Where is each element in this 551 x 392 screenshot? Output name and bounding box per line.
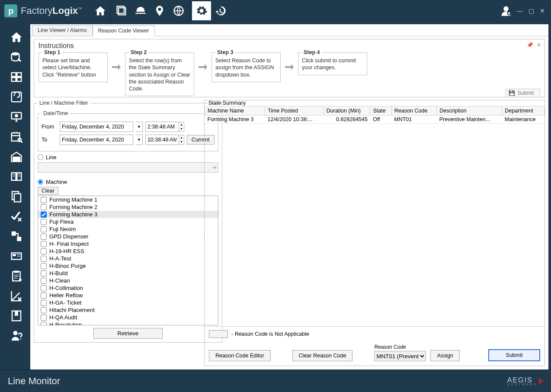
list-item[interactable]: Fuji Flexa <box>38 218 218 225</box>
retrieve-button[interactable]: Retrieve <box>93 328 163 339</box>
line-radio[interactable] <box>38 154 43 160</box>
column-header[interactable]: Duration (Min) <box>324 106 370 116</box>
helmet-icon[interactable] <box>131 1 150 20</box>
gear-icon[interactable] <box>192 1 211 20</box>
state-summary-grid[interactable]: Machine NameTime PostedDuration (Min)Sta… <box>205 106 545 124</box>
clear-machines-button[interactable]: Clear <box>38 187 58 195</box>
machine-checkbox[interactable] <box>41 315 47 321</box>
tab-reason-code-viewer[interactable]: Reason Code Viewer <box>93 26 155 36</box>
machine-checkbox[interactable] <box>41 307 47 313</box>
list-item[interactable]: Forming Machine 1 <box>38 196 218 203</box>
side-monitor-icon[interactable] <box>7 108 26 125</box>
side-calendar-search-icon[interactable] <box>7 128 26 145</box>
column-header[interactable]: Department <box>502 106 545 116</box>
machine-checkbox[interactable] <box>41 197 47 203</box>
list-item[interactable]: H-Clean <box>38 277 218 284</box>
list-item[interactable]: H-Resolution <box>38 321 218 325</box>
table-row[interactable]: Forming Machine 312/4/2020 10:38:...0.82… <box>205 116 545 124</box>
splitter-handle[interactable]: ⋮ <box>202 233 206 238</box>
column-header[interactable]: Time Posted <box>265 106 324 116</box>
machine-checkbox[interactable] <box>41 212 47 218</box>
side-warehouse-icon[interactable] <box>7 148 26 165</box>
machine-checkbox[interactable] <box>41 270 47 276</box>
machine-checkbox[interactable] <box>41 278 47 284</box>
side-ruler-x-icon[interactable] <box>7 287 26 305</box>
step3-text: Select Reason Code to assign from the AS… <box>215 57 277 78</box>
minimize-button[interactable]: ― <box>516 6 524 15</box>
side-clipboard-x-icon[interactable] <box>7 267 26 285</box>
side-help-user-icon[interactable] <box>7 327 26 344</box>
to-date-input[interactable] <box>60 135 133 145</box>
list-item[interactable]: Forming Machine 3 <box>38 211 218 218</box>
machine-checkbox[interactable] <box>41 219 47 225</box>
assign-button[interactable]: Assign <box>430 350 460 361</box>
submit-button[interactable]: Submit <box>488 349 540 361</box>
stack-icon[interactable] <box>112 1 131 20</box>
side-shapes-icon[interactable] <box>7 228 26 245</box>
side-check-x-icon[interactable] <box>7 208 26 225</box>
history-icon[interactable] <box>211 1 230 20</box>
maximize-button[interactable]: ▢ <box>527 6 535 15</box>
from-date-input[interactable] <box>60 122 133 132</box>
side-bookmark-icon[interactable] <box>7 307 26 325</box>
list-item[interactable]: Forming Machine 2 <box>38 203 218 211</box>
column-header[interactable]: Description <box>437 106 502 116</box>
list-item[interactable]: Heller Reflow <box>38 292 218 299</box>
machine-checkbox[interactable] <box>41 241 47 247</box>
line-select[interactable] <box>38 162 218 173</box>
machine-checkbox[interactable] <box>41 234 47 240</box>
machine-checkbox[interactable] <box>41 204 47 210</box>
list-item[interactable]: H-QA Audit <box>38 314 218 321</box>
from-time-spinner[interactable]: ▲▼ <box>179 122 184 132</box>
to-time-spinner[interactable]: ▲▼ <box>179 135 184 145</box>
side-layout-icon[interactable] <box>7 68 26 86</box>
side-db-edit-icon[interactable] <box>7 48 26 66</box>
side-card-icon[interactable] <box>7 247 26 265</box>
side-book-icon[interactable] <box>7 168 26 185</box>
reason-code-editor-button[interactable]: Reason Code Editor <box>209 350 271 361</box>
clear-reason-code-button[interactable]: Clear Reason Code <box>292 350 353 361</box>
list-item[interactable]: H-Build <box>38 270 218 277</box>
machine-checkbox[interactable] <box>41 285 47 291</box>
list-item[interactable]: GPD Dispenser <box>38 233 218 240</box>
machine-checkbox[interactable] <box>41 322 47 326</box>
list-item[interactable]: H-Collimation <box>38 284 218 292</box>
column-header[interactable]: Reason Code <box>391 106 436 116</box>
to-time-input[interactable] <box>145 135 179 145</box>
machine-checkbox[interactable] <box>41 248 47 254</box>
side-docs-icon[interactable] <box>7 188 26 205</box>
machine-checkbox[interactable] <box>41 256 47 262</box>
from-time-input[interactable] <box>145 122 179 132</box>
list-item[interactable]: H-Binoc Purge <box>38 262 218 270</box>
machine-checkbox[interactable] <box>41 263 47 269</box>
column-header[interactable]: State <box>370 106 391 116</box>
list-item[interactable]: H-19-HR ESS <box>38 247 218 255</box>
side-home-icon[interactable] <box>7 29 26 46</box>
side-history-icon[interactable] <box>7 88 26 106</box>
instructions-submit-button[interactable]: 💾 Submit <box>506 89 540 97</box>
close-panel-icon[interactable]: ✕ <box>537 42 541 48</box>
arrow-icon <box>283 52 295 73</box>
tab-line-viewer-alarms[interactable]: Line Viewer / Alarms <box>32 25 93 36</box>
machine-radio[interactable] <box>38 179 43 185</box>
machine-checkbox[interactable] <box>41 226 47 232</box>
globe-icon[interactable] <box>169 1 188 20</box>
pin-icon[interactable]: 📌 <box>527 42 533 48</box>
machine-list[interactable]: Forming Machine 1Forming Machine 2Formin… <box>38 196 218 325</box>
home-icon[interactable] <box>91 1 110 20</box>
machine-checkbox[interactable] <box>41 300 47 306</box>
list-item[interactable]: H-GA- Ticket <box>38 299 218 306</box>
list-item[interactable]: Hitachi Placement <box>38 306 218 314</box>
list-item[interactable]: Fuji Nexim <box>38 225 218 233</box>
machine-checkbox[interactable] <box>41 292 47 299</box>
sidebar <box>3 24 30 370</box>
list-item[interactable]: H-A-Test <box>38 255 218 262</box>
close-button[interactable]: ✕ <box>538 6 547 15</box>
user-icon[interactable] <box>499 4 513 18</box>
location-icon[interactable] <box>150 1 169 20</box>
to-date-dropdown[interactable]: ▼ <box>136 135 143 145</box>
column-header[interactable]: Machine Name <box>205 106 265 116</box>
from-date-dropdown[interactable]: ▼ <box>136 122 143 132</box>
list-item[interactable]: H- Final Inspect <box>38 240 218 247</box>
reason-code-select[interactable]: MNT01 (Preventiv... <box>374 351 426 361</box>
